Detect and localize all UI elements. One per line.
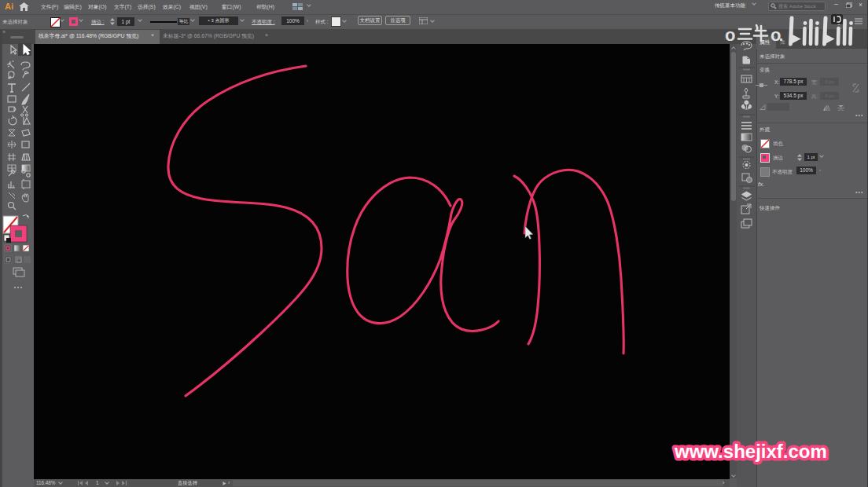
svg-text:o: o: [771, 25, 781, 45]
svg-text:o: o: [725, 25, 735, 45]
svg-text:www.shejixf.com: www.shejixf.com: [674, 441, 827, 462]
